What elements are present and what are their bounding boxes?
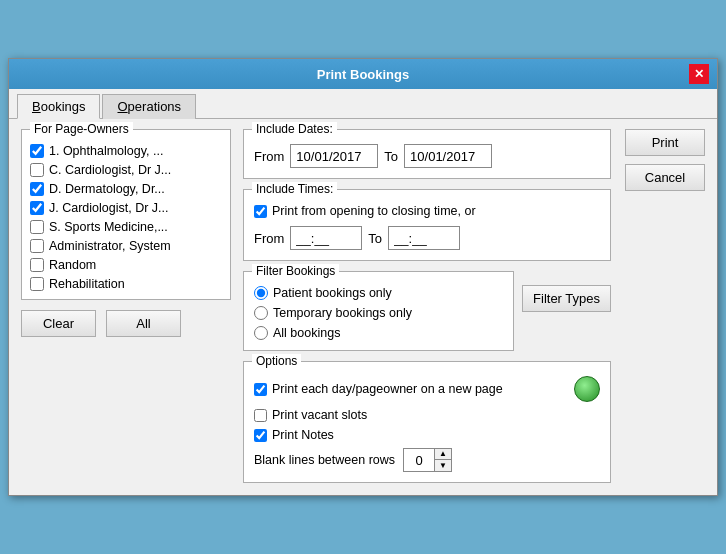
include-times-section: Include Times: Print from opening to clo… [243, 189, 611, 261]
page-owners-label: For Page-Owners [30, 122, 133, 136]
filter-section: Filter Bookings Patient bookings only Te… [243, 271, 611, 351]
option-checkbox-new-page[interactable] [254, 383, 267, 396]
dates-row: From To [254, 144, 600, 168]
blank-lines-label: Blank lines between rows [254, 453, 395, 467]
option-row-new-page: Print each day/pageowner on a new page [254, 376, 600, 402]
list-item[interactable]: S. Sports Medicine,... [30, 220, 222, 234]
radio-temporary-label: Temporary bookings only [273, 306, 412, 320]
option-label-vacant: Print vacant slots [272, 408, 367, 422]
right-panel: Include Dates: From To Include Times: [243, 129, 705, 483]
list-item[interactable]: Random [30, 258, 222, 272]
radio-item-patient[interactable]: Patient bookings only [254, 286, 503, 300]
owner-checkbox-3[interactable] [30, 201, 44, 215]
owner-label-3: J. Cardiologist, Dr J... [49, 201, 168, 215]
all-button[interactable]: All [106, 310, 181, 337]
tab-operations[interactable]: Operations [102, 94, 196, 119]
filter-types-button[interactable]: Filter Types [522, 285, 611, 312]
include-times-label: Include Times: [252, 182, 337, 196]
owner-checkbox-1[interactable] [30, 163, 44, 177]
from-label: From [254, 149, 284, 164]
filter-bookings-box: Filter Bookings Patient bookings only Te… [243, 271, 514, 351]
main-window: Print Bookings ✕ Bookings Operations For… [8, 58, 718, 496]
owner-checkbox-4[interactable] [30, 220, 44, 234]
blank-lines-row: Blank lines between rows ▲ ▼ [254, 448, 600, 472]
blank-lines-spinner: ▲ ▼ [403, 448, 452, 472]
list-item[interactable]: C. Cardiologist, Dr J... [30, 163, 222, 177]
radio-all[interactable] [254, 326, 268, 340]
close-button[interactable]: ✕ [689, 64, 709, 84]
radio-item-temporary[interactable]: Temporary bookings only [254, 306, 503, 320]
radio-patient-label: Patient bookings only [273, 286, 392, 300]
options-label: Options [252, 354, 301, 368]
radio-temporary[interactable] [254, 306, 268, 320]
owner-checkbox-2[interactable] [30, 182, 44, 196]
radio-item-all[interactable]: All bookings [254, 326, 503, 340]
owner-label-5: Administrator, System [49, 239, 171, 253]
include-dates-section: Include Dates: From To [243, 129, 611, 179]
to-time-input[interactable] [388, 226, 460, 250]
blank-lines-input[interactable] [404, 449, 434, 471]
content-area: For Page-Owners 1. Ophthalmology, ... C.… [9, 119, 717, 495]
window-title: Print Bookings [37, 67, 689, 82]
owner-label-6: Random [49, 258, 96, 272]
to-date-input[interactable] [404, 144, 492, 168]
green-circle-button[interactable] [574, 376, 600, 402]
tab-operations-label: Operations [117, 99, 181, 114]
print-opening-row: Print from opening to closing time, or [254, 204, 600, 218]
list-item[interactable]: Administrator, System [30, 239, 222, 253]
title-bar: Print Bookings ✕ [9, 59, 717, 89]
print-button[interactable]: Print [625, 129, 705, 156]
tab-bar: Bookings Operations [9, 89, 717, 119]
owner-checkbox-5[interactable] [30, 239, 44, 253]
owners-list: 1. Ophthalmology, ... C. Cardiologist, D… [30, 144, 222, 291]
option-checkbox-notes[interactable] [254, 429, 267, 442]
page-owners-group: For Page-Owners 1. Ophthalmology, ... C.… [21, 129, 231, 300]
owner-checkbox-6[interactable] [30, 258, 44, 272]
spinner-down-button[interactable]: ▼ [435, 460, 451, 471]
action-buttons: Print Cancel [625, 129, 705, 191]
options-section: Options Print each day/pageowner on a ne… [243, 361, 611, 483]
radio-group: Patient bookings only Temporary bookings… [254, 286, 503, 340]
radio-patient[interactable] [254, 286, 268, 300]
owner-label-4: S. Sports Medicine,... [49, 220, 168, 234]
radio-all-label: All bookings [273, 326, 340, 340]
from-date-input[interactable] [290, 144, 378, 168]
owner-label-2: D. Dermatology, Dr... [49, 182, 165, 196]
times-to-label: To [368, 231, 382, 246]
owner-label-0: 1. Ophthalmology, ... [49, 144, 163, 158]
print-opening-checkbox[interactable] [254, 205, 267, 218]
times-row: From To [254, 226, 600, 250]
list-item[interactable]: J. Cardiologist, Dr J... [30, 201, 222, 215]
spinner-up-button[interactable]: ▲ [435, 449, 451, 460]
option-row-vacant[interactable]: Print vacant slots [254, 408, 600, 422]
print-opening-label: Print from opening to closing time, or [272, 204, 476, 218]
to-label: To [384, 149, 398, 164]
owner-label-1: C. Cardiologist, Dr J... [49, 163, 171, 177]
owner-checkbox-7[interactable] [30, 277, 44, 291]
option-row-notes[interactable]: Print Notes [254, 428, 600, 442]
times-from-label: From [254, 231, 284, 246]
include-dates-label: Include Dates: [252, 122, 337, 136]
list-item[interactable]: Rehabilitation [30, 277, 222, 291]
tab-bookings[interactable]: Bookings [17, 94, 100, 119]
clear-button[interactable]: Clear [21, 310, 96, 337]
spinner-arrows: ▲ ▼ [434, 449, 451, 471]
list-item[interactable]: 1. Ophthalmology, ... [30, 144, 222, 158]
owner-checkbox-0[interactable] [30, 144, 44, 158]
right-top: Include Dates: From To Include Times: [243, 129, 705, 483]
cancel-button[interactable]: Cancel [625, 164, 705, 191]
right-main: Include Dates: From To Include Times: [243, 129, 611, 483]
list-item[interactable]: D. Dermatology, Dr... [30, 182, 222, 196]
owner-label-7: Rehabilitation [49, 277, 125, 291]
option-label-notes: Print Notes [272, 428, 334, 442]
option-checkbox-vacant[interactable] [254, 409, 267, 422]
from-time-input[interactable] [290, 226, 362, 250]
filter-bookings-label: Filter Bookings [252, 264, 339, 278]
left-panel: For Page-Owners 1. Ophthalmology, ... C.… [21, 129, 231, 483]
tab-bookings-label: Bookings [32, 99, 85, 114]
bottom-buttons: Clear All [21, 310, 231, 337]
option-label-new-page: Print each day/pageowner on a new page [272, 382, 503, 396]
